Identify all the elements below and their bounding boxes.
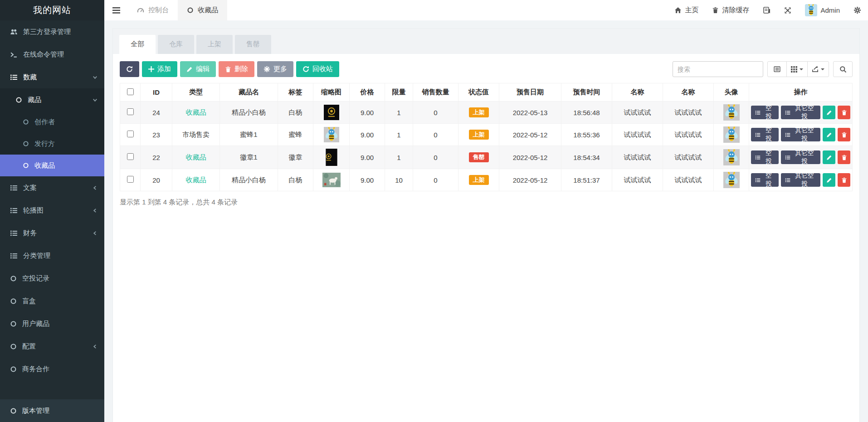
sidebar-item-version[interactable]: 版本管理	[0, 399, 104, 422]
row-checkbox[interactable]	[127, 153, 134, 160]
airdrop-button[interactable]: 空投	[751, 150, 779, 164]
cell-limit: 10	[385, 169, 413, 191]
fullscreen-button[interactable]	[777, 0, 798, 20]
sidebar-item-label: 财务	[23, 229, 37, 238]
airdrop-button[interactable]: 空投	[751, 128, 779, 141]
sidebar-item-label: 发行方	[34, 140, 55, 148]
sidebar-submenu-shucang: 藏品 创作者 发行方 收藏品	[0, 88, 104, 176]
sidebar-item-config[interactable]: 配置	[0, 335, 104, 358]
cell-actions: 空投 其它空投	[749, 102, 853, 124]
cell-actions: 空投 其它空投	[749, 146, 853, 169]
delete-row-button[interactable]	[838, 173, 850, 187]
other-airdrop-button[interactable]: 其它空投	[781, 150, 820, 164]
edit-row-button[interactable]	[823, 106, 835, 119]
user-menu[interactable]: Admin	[798, 0, 847, 20]
sidebar-item-user-collections[interactable]: 用户藏品	[0, 312, 104, 335]
cell-type: 收藏品	[172, 146, 220, 169]
sidebar-item-business-coop[interactable]: 商务合作	[0, 358, 104, 380]
sidebar-item-copywriting[interactable]: 文案	[0, 176, 104, 199]
sidebar-item-category[interactable]: 分类管理	[0, 244, 104, 267]
sidebar-spacer	[0, 380, 104, 399]
settings-button[interactable]	[847, 0, 868, 20]
sidebar-item-creator[interactable]: 创作者	[0, 111, 104, 133]
thumbnail-image[interactable]	[326, 149, 337, 166]
list-icon	[10, 73, 18, 81]
clear-cache-link[interactable]: 清除缓存	[705, 0, 756, 20]
delete-button[interactable]: 删除	[219, 61, 254, 77]
sidebar-item-blind-box[interactable]: 盲盒	[0, 290, 104, 312]
row-checkbox[interactable]	[127, 176, 134, 183]
col-header-actions: 操作	[749, 83, 853, 102]
sidebar-item-shucang[interactable]: 数藏	[0, 66, 104, 88]
select-all-checkbox[interactable]	[127, 88, 134, 95]
airdrop-button[interactable]: 空投	[751, 173, 779, 187]
cell-thumbnail	[313, 124, 350, 146]
refresh-button[interactable]	[120, 61, 139, 77]
sidebar-item-cangpin[interactable]: 藏品	[0, 88, 104, 111]
search-button[interactable]	[833, 61, 853, 77]
cell-status: 上架	[458, 124, 499, 146]
avatar[interactable]	[723, 172, 740, 188]
edit-button[interactable]: 编辑	[180, 61, 216, 77]
sidebar-toggle-button[interactable]	[104, 0, 128, 20]
thumbnail-image[interactable]	[324, 105, 339, 120]
thumbnail-image[interactable]	[322, 173, 341, 187]
language-switch-button[interactable]	[756, 0, 777, 20]
search-input[interactable]	[673, 61, 763, 77]
add-button[interactable]: 添加	[142, 61, 177, 77]
table-header-row: ID 类型 藏品名 标签 缩略图 价格 限量 销售数量 状态值 预售日期 预售时…	[120, 83, 853, 102]
other-airdrop-button[interactable]: 其它空投	[781, 106, 820, 119]
terminal-icon	[10, 51, 18, 58]
delete-row-button[interactable]	[838, 128, 850, 141]
avatar[interactable]	[723, 104, 740, 121]
sidebar-item-carousel[interactable]: 轮播图	[0, 199, 104, 222]
add-label: 添加	[157, 65, 171, 73]
other-airdrop-button[interactable]: 其它空投	[781, 128, 820, 141]
filter-tab-all[interactable]: 全部	[119, 35, 156, 54]
circle-icon	[15, 97, 22, 103]
sidebar-item-collections[interactable]: 收藏品	[0, 155, 104, 176]
airdrop-label: 空投	[763, 126, 775, 143]
filter-tab-warehouse[interactable]: 仓库	[158, 35, 194, 54]
sidebar-item-online-command[interactable]: 在线命令管理	[0, 43, 104, 66]
home-link[interactable]: 主页	[668, 0, 705, 20]
other-airdrop-button[interactable]: 其它空投	[781, 173, 820, 187]
filter-tab-soldout[interactable]: 售罄	[235, 35, 271, 54]
sidebar-item-third-party-login[interactable]: 第三方登录管理	[0, 20, 104, 43]
columns-toggle-button[interactable]	[786, 61, 808, 77]
cell-limit: 1	[385, 102, 413, 124]
app-logo[interactable]: 我的网站	[0, 0, 104, 20]
circle-icon	[10, 320, 17, 327]
chevron-left-icon	[93, 231, 98, 236]
cell-avatar	[714, 146, 749, 169]
filter-tab-onsale[interactable]: 上架	[196, 35, 233, 54]
tab-collections[interactable]: 收藏品	[178, 0, 227, 20]
recycle-bin-button[interactable]: 回收站	[296, 61, 339, 77]
cell-name-a: 试试试试	[612, 146, 663, 169]
cell-avatar	[714, 102, 749, 124]
sidebar-item-finance[interactable]: 财务	[0, 222, 104, 244]
delete-row-button[interactable]	[838, 106, 850, 119]
avatar[interactable]	[723, 126, 740, 143]
edit-row-button[interactable]	[823, 173, 835, 187]
row-checkbox[interactable]	[127, 131, 134, 137]
export-button[interactable]	[807, 61, 829, 77]
dashboard-icon	[137, 7, 144, 14]
edit-row-button[interactable]	[823, 150, 835, 164]
cell-status: 上架	[458, 169, 499, 191]
tab-dashboard[interactable]: 控制台	[128, 0, 178, 20]
delete-row-button[interactable]	[838, 150, 850, 164]
cell-price: 9.00	[350, 124, 385, 146]
sidebar-item-airdrop-records[interactable]: 空投记录	[0, 267, 104, 290]
detail-view-button[interactable]	[767, 61, 787, 77]
thumbnail-image[interactable]	[324, 127, 339, 142]
avatar[interactable]	[723, 149, 740, 165]
sidebar-item-issuer[interactable]: 发行方	[0, 133, 104, 155]
cell-name-b: 试试试试	[663, 169, 714, 191]
app-title: 我的网站	[33, 4, 71, 16]
row-checkbox[interactable]	[127, 108, 134, 115]
edit-row-button[interactable]	[823, 128, 835, 141]
sidebar-item-label: 轮播图	[23, 206, 44, 215]
airdrop-button[interactable]: 空投	[751, 106, 779, 119]
more-button[interactable]: 更多	[257, 61, 293, 77]
